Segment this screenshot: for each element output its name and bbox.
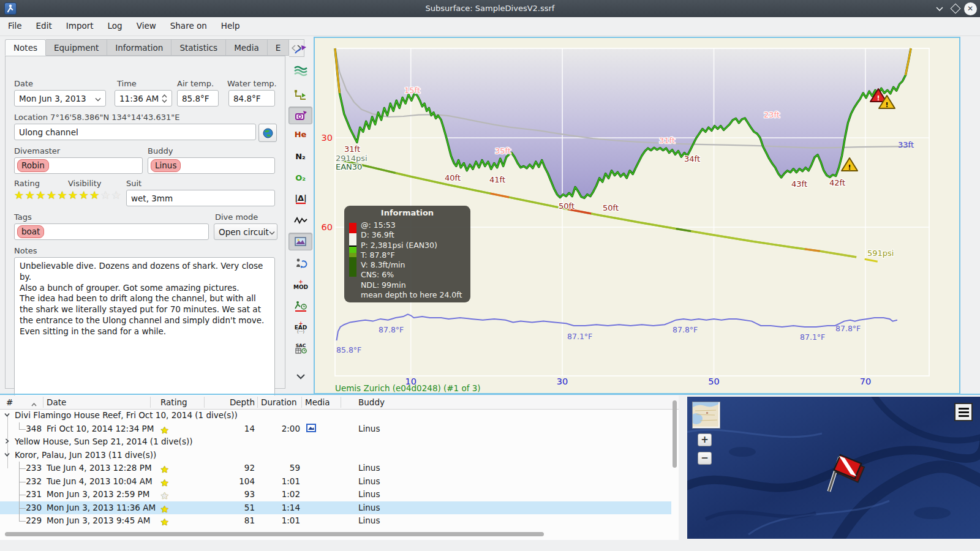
table-row[interactable]: 233Tue Jun 4, 2013 12:28 PM★★★★★9259Linu… [0,462,671,475]
chevron-down-icon[interactable] [269,227,275,237]
notes-label: Notes [14,246,37,255]
table-row[interactable]: 348Fri Oct 10, 2014 12:34 PM★★★★★142:00L… [0,422,671,436]
tags-input[interactable]: boat [14,223,209,240]
date-value: Mon Jun 3, 2013 [19,94,86,103]
dive-profile-chart[interactable]: 15ft35ft31ft23ft31ft40ft41ft50ft50ft34ft… [314,37,960,394]
notes-textarea[interactable]: Unbelievable dive. Dozens and dozens of … [14,257,275,397]
trip-row[interactable]: Divi Flamingo House Reef, Fri Oct 10, 20… [0,409,671,422]
suit-input[interactable]: wet, 3mm [126,190,275,206]
tab-statistics[interactable]: Statistics [172,39,226,56]
minimize-button[interactable] [933,0,946,17]
spinner-arrows-icon[interactable] [162,94,167,103]
close-button[interactable]: ✕ [963,0,978,17]
dive-depth: 92 [218,463,255,473]
tab-information[interactable]: Information [107,39,172,56]
collapse-icon[interactable] [4,410,10,420]
tag-chip[interactable]: boat [17,225,44,238]
mod-toolbar-button[interactable]: +MOD [288,276,312,293]
profile-events-toolbar-button[interactable] [288,86,312,103]
info-tooltip: Information @: 15:53D: 36.9ftP: 2,381psi… [344,206,470,302]
horizontal-scrollbar[interactable] [5,532,544,536]
menu-share-on[interactable]: Share on [164,17,213,34]
helium-toolbar-button[interactable]: He [288,126,312,143]
sort-ascending-icon[interactable] [31,399,37,409]
map-zoom-in-button[interactable]: + [698,433,712,446]
menu-log[interactable]: Log [102,17,129,34]
menu-import[interactable]: Import [60,17,100,34]
column-depth[interactable]: Depth [218,397,255,407]
divemaster-chip[interactable]: Robin [17,159,49,172]
heart-rate-toolbar-button[interactable] [288,211,312,229]
column-buddy[interactable]: Buddy [358,397,385,407]
oxygen-toolbar-button[interactable]: O₂ [288,169,312,187]
trip-row[interactable]: Koror, Palau, Jun 2013 (11 dive(s)) [0,449,671,462]
table-row[interactable]: 230Mon Jun 3, 2013 11:36 AM★★★★★511:14Li… [0,501,671,515]
column-rating[interactable]: Rating [160,397,187,407]
y-axis-tick: 60 [322,222,333,232]
dive-number: 229 [18,515,42,525]
maximize-button[interactable] [949,0,962,17]
map-overview-thumbnail[interactable] [692,402,720,429]
dive-computer-toolbar-button[interactable] [288,107,312,124]
trip-label: Divi Flamingo House Reef, Fri Oct 10, 20… [15,410,238,420]
tab-e[interactable]: E [268,39,290,56]
collapse-icon[interactable] [4,450,10,460]
photos-toolbar-button[interactable] [288,233,312,250]
column-media[interactable]: Media [305,397,330,407]
dive-mode-combobox[interactable]: Open circuit [214,223,277,240]
nitrogen-toolbar-button[interactable]: N₂ [288,148,312,165]
profile-annotation: EAN30 [336,162,362,171]
vertical-scrollbar[interactable] [673,400,677,468]
menu-help[interactable]: Help [215,17,246,34]
tab-notes[interactable]: Notes [5,39,46,56]
table-row[interactable]: 232Tue Jun 4, 2013 10:04 AM★★★★★1041:01L… [0,475,671,489]
visibility-stars[interactable]: ★★★★★ [68,189,122,201]
dive-info-panel: NotesEquipmentInformationStatisticsMedia… [5,39,285,389]
dive-site-map[interactable]: + − [687,397,980,539]
column-number[interactable]: # [6,397,13,407]
tab-equipment[interactable]: Equipment [46,39,107,56]
map-menu-button[interactable] [954,403,973,421]
expand-icon[interactable] [4,437,10,446]
ndl-toolbar-button[interactable] [288,297,312,315]
air-temp-field[interactable]: 85.8°F [177,90,219,107]
table-row[interactable]: 229Mon Jun 3, 2013 9:45 AM★★★★★811:01Lin… [0,514,671,528]
profile-events-icon [293,89,308,101]
column-duration[interactable]: Duration [261,397,297,407]
time-spinbox[interactable]: 11:36 AM [115,90,172,107]
column-date[interactable]: Date [47,397,66,407]
sac-toolbar-button[interactable]: SAC [288,340,312,358]
trip-label: Koror, Palau, Jun 2013 (11 dive(s)) [15,450,156,460]
waves-toolbar-button[interactable] [288,61,312,79]
menu-file[interactable]: File [2,17,28,34]
buddy-input[interactable]: Linus [148,157,275,174]
rating-stars[interactable]: ★★★★★ [14,189,68,201]
heart-rate-icon [293,214,308,227]
date-combobox[interactable]: Mon Jun 3, 2013 [14,90,106,107]
x-axis-tick: 70 [860,377,871,386]
ead-toolbar-button[interactable]: +EAD(···) [288,318,312,336]
buddy-chip[interactable]: Linus [151,159,181,172]
water-temp-field[interactable]: 84.8°F [228,90,275,107]
dive-number: 232 [18,476,42,486]
map-zoom-out-button[interactable]: − [698,452,712,465]
tab-media[interactable]: Media [226,39,268,56]
geolocation-button[interactable] [258,124,277,142]
star-icon: ★ [100,189,111,201]
profile-annotation: 23ft [764,110,780,119]
divemaster-input[interactable]: Robin [14,157,143,174]
chevron-down-icon[interactable] [95,94,101,103]
menu-edit[interactable]: Edit [30,17,58,34]
location-input[interactable]: Ulong channel [14,124,256,140]
toolbar-scroll-down-button[interactable] [288,367,312,385]
table-row[interactable]: 231Mon Jun 3, 2013 2:59 PM★★★★★931:02Lin… [0,488,671,501]
dive-mode-toolbar-button[interactable] [288,40,312,58]
dive-media[interactable] [306,424,316,434]
trip-row[interactable]: Yellow House, Sun Sep 21, 2014 (1 dive(s… [0,435,671,449]
gas-delta-toolbar-button[interactable]: |Δ| [288,190,312,208]
menu-view[interactable]: View [130,17,162,34]
horizontal-splitter[interactable] [0,394,980,395]
profile-annotation: 43ft [791,179,807,189]
gas-delta-icon: |Δ| [293,193,308,205]
tissues-toolbar-button[interactable] [288,254,312,272]
